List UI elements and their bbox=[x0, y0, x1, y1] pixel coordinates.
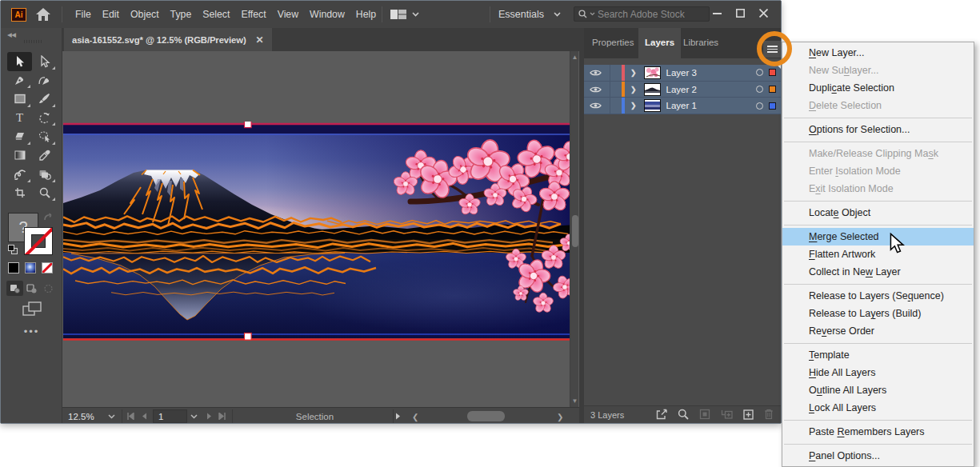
symbol-sprayer-tool[interactable] bbox=[32, 165, 57, 184]
rectangle-tool[interactable] bbox=[7, 90, 32, 109]
new-layer-icon[interactable] bbox=[743, 409, 754, 423]
gradient-button[interactable] bbox=[25, 262, 36, 273]
eraser-tool[interactable] bbox=[7, 127, 32, 146]
menu-select[interactable]: Select bbox=[197, 1, 235, 28]
stroke-swatch[interactable] bbox=[24, 227, 53, 255]
menu-item-outline-all-layers[interactable]: Outline All Layers bbox=[782, 381, 974, 399]
draw-inside-icon[interactable] bbox=[40, 281, 57, 296]
default-fill-stroke-icon[interactable] bbox=[8, 245, 18, 255]
toolbar-grip[interactable] bbox=[24, 40, 42, 43]
layer-thumbnail[interactable] bbox=[644, 99, 661, 112]
swap-fill-stroke-icon[interactable] bbox=[43, 211, 54, 226]
artboard-tool[interactable] bbox=[7, 184, 32, 203]
menu-item-new-layer[interactable]: New Layer... bbox=[782, 44, 974, 62]
workspace-selector[interactable]: Essentials bbox=[498, 1, 561, 28]
visibility-eye-icon[interactable] bbox=[590, 98, 602, 113]
eyedropper-tool[interactable] bbox=[32, 146, 57, 166]
menu-item-make-release-clipping-mask[interactable]: Make/Release Clipping Mask bbox=[782, 145, 974, 162]
menu-item-reverse-order[interactable]: Reverse Order bbox=[782, 322, 974, 340]
menu-effect[interactable]: Effect bbox=[235, 1, 271, 28]
menu-item-panel-options[interactable]: Panel Options... bbox=[782, 447, 974, 465]
menu-window[interactable]: Window bbox=[304, 1, 350, 28]
menu-object[interactable]: Object bbox=[125, 1, 165, 28]
vertical-scrollbar-thumb[interactable] bbox=[572, 215, 578, 247]
status-menu-icon[interactable] bbox=[395, 408, 401, 424]
menu-item-options-for-selection[interactable]: Options for Selection... bbox=[782, 121, 974, 138]
expand-layer-icon[interactable]: ❯ bbox=[630, 86, 637, 94]
layer-target-icon[interactable] bbox=[756, 69, 763, 76]
layer-selection-indicator[interactable] bbox=[769, 102, 776, 110]
horizontal-scrollbar-thumb[interactable] bbox=[467, 411, 505, 421]
layer-row-layer-1[interactable]: ❯Layer 1 bbox=[584, 98, 782, 114]
previous-artboard-icon[interactable] bbox=[141, 408, 147, 424]
menu-item-paste-remembers-layers[interactable]: Paste Remembers Layers bbox=[782, 423, 974, 441]
layer-thumbnail[interactable] bbox=[644, 83, 661, 96]
scroll-up-icon[interactable]: ▲ bbox=[570, 54, 579, 61]
app-logo-ai[interactable]: Ai bbox=[11, 8, 26, 22]
vertical-scrollbar[interactable]: ▲ ▼ bbox=[570, 51, 578, 407]
screen-mode-icon[interactable] bbox=[22, 301, 42, 319]
collapse-panel-icon[interactable]: ◀◀ bbox=[7, 31, 16, 38]
locate-object-icon[interactable] bbox=[678, 409, 689, 423]
expand-layer-icon[interactable]: ❯ bbox=[630, 102, 637, 110]
scroll-right-icon[interactable]: ❯ bbox=[557, 409, 563, 424]
delete-layer-icon[interactable] bbox=[764, 409, 774, 423]
layer-name[interactable]: Layer 1 bbox=[666, 101, 697, 110]
selection-handle-top[interactable] bbox=[245, 122, 252, 128]
first-artboard-icon[interactable] bbox=[126, 408, 135, 424]
layer-row-layer-3[interactable]: ❯Layer 3 bbox=[584, 65, 782, 82]
layer-selection-indicator[interactable] bbox=[769, 69, 776, 76]
home-button[interactable] bbox=[35, 7, 51, 22]
zoom-dropdown-icon[interactable] bbox=[108, 408, 115, 424]
canvas-area[interactable]: ▲ ▼ bbox=[62, 51, 579, 407]
blend-tool[interactable] bbox=[7, 165, 32, 184]
curvature-tool[interactable] bbox=[32, 71, 57, 90]
draw-normal-icon[interactable] bbox=[6, 281, 23, 296]
menu-item-collect-in-new-layer[interactable]: Collect in New Layer bbox=[782, 263, 974, 281]
layer-name[interactable]: Layer 2 bbox=[666, 85, 697, 94]
menu-item-locate-object[interactable]: Locate Object bbox=[782, 204, 974, 222]
layer-thumbnail[interactable] bbox=[644, 66, 661, 79]
menu-item-hide-all-layers[interactable]: Hide All Layers bbox=[782, 364, 974, 381]
layer-target-icon[interactable] bbox=[756, 86, 763, 93]
horizontal-scrollbar[interactable]: ❮ ❯ bbox=[409, 409, 566, 424]
stock-search-input[interactable]: Search Adobe Stock bbox=[574, 6, 710, 22]
rotate-tool[interactable] bbox=[32, 109, 57, 128]
scroll-left-icon[interactable]: ❮ bbox=[412, 409, 418, 424]
draw-behind-icon[interactable] bbox=[23, 281, 40, 296]
menu-view[interactable]: View bbox=[272, 1, 304, 28]
last-artboard-icon[interactable] bbox=[218, 408, 226, 424]
panel-tab-libraries[interactable]: Libraries bbox=[683, 38, 718, 47]
pen-tool[interactable] bbox=[7, 71, 32, 90]
make-clipping-mask-icon[interactable] bbox=[699, 409, 710, 423]
arrange-documents-button[interactable] bbox=[390, 10, 419, 19]
layer-selection-indicator[interactable] bbox=[769, 86, 776, 93]
artboard-number-input[interactable]: 1 bbox=[153, 409, 187, 423]
menu-file[interactable]: File bbox=[70, 1, 97, 28]
panel-tab-layers[interactable]: Layers bbox=[638, 28, 681, 58]
layer-row-layer-2[interactable]: ❯Layer 2 bbox=[584, 82, 782, 98]
menu-item-enter-isolation-mode[interactable]: Enter Isolation Mode bbox=[782, 162, 974, 180]
menu-item-exit-isolation-mode[interactable]: Exit Isolation Mode bbox=[782, 180, 974, 198]
collect-for-export-icon[interactable] bbox=[656, 409, 667, 423]
direct-selection-tool[interactable] bbox=[32, 52, 57, 71]
type-tool[interactable]: T bbox=[7, 109, 32, 128]
menu-item-delete-selection[interactable]: Delete Selection bbox=[782, 97, 974, 114]
menu-item-release-to-layers-sequence[interactable]: Release to Layers (Sequence) bbox=[782, 287, 974, 305]
menu-item-template[interactable]: Template bbox=[782, 346, 974, 364]
lock-column[interactable] bbox=[610, 82, 610, 98]
lock-column[interactable] bbox=[610, 98, 610, 114]
menu-item-duplicate-selection[interactable]: Duplicate Selection bbox=[782, 79, 974, 97]
visibility-eye-icon[interactable] bbox=[590, 82, 602, 97]
selection-tool[interactable] bbox=[7, 52, 32, 71]
scroll-down-icon[interactable]: ▼ bbox=[570, 397, 579, 405]
shape-builder-tool[interactable] bbox=[32, 127, 57, 146]
visibility-eye-icon[interactable] bbox=[590, 66, 602, 80]
artboard-dropdown-icon[interactable] bbox=[190, 408, 198, 424]
menu-item-merge-selected[interactable]: Merge Selected bbox=[782, 228, 974, 245]
menu-item-flatten-artwork[interactable]: Flatten Artwork bbox=[782, 245, 974, 263]
menu-type[interactable]: Type bbox=[165, 1, 198, 28]
panel-tab-properties[interactable]: Properties bbox=[592, 38, 634, 47]
none-button[interactable] bbox=[42, 262, 53, 273]
menu-item-release-to-layers-build[interactable]: Release to Layers (Build) bbox=[782, 305, 974, 322]
